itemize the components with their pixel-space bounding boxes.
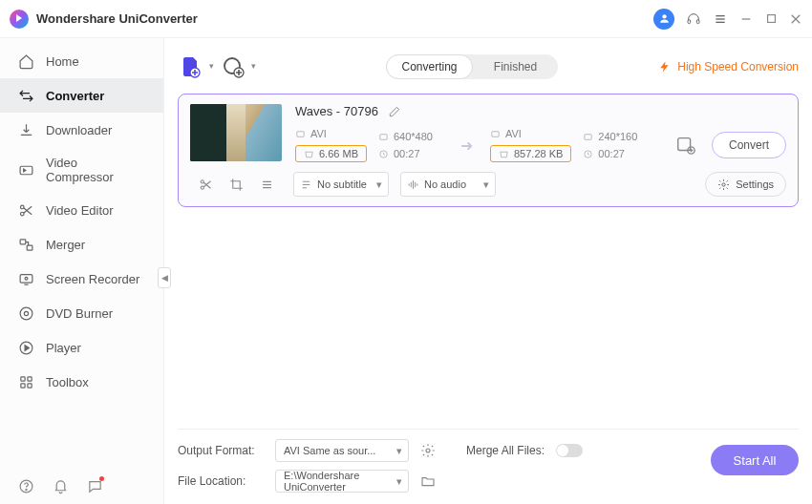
- sidebar-collapse-button[interactable]: ◀: [158, 267, 171, 288]
- output-format-label: Output Format:: [178, 444, 264, 457]
- toolbox-icon: [17, 373, 34, 390]
- convert-button[interactable]: Convert: [712, 132, 786, 158]
- message-icon[interactable]: [86, 477, 103, 494]
- file-title: Waves - 70796: [295, 104, 378, 118]
- converter-icon: [17, 87, 34, 104]
- src-dur: 00:27: [394, 148, 420, 159]
- chevron-down-icon: ▾: [209, 61, 214, 71]
- crop-icon[interactable]: [228, 177, 244, 192]
- sidebar-item-home[interactable]: Home: [0, 44, 163, 78]
- play-icon: [17, 339, 34, 356]
- svg-rect-33: [585, 134, 591, 139]
- home-icon: [17, 52, 34, 70]
- open-folder-icon[interactable]: [420, 473, 436, 489]
- bottom-bar: Output Format: AVI Same as sour... Merge…: [178, 429, 799, 504]
- help-icon[interactable]: [17, 477, 34, 494]
- file-card[interactable]: Waves - 70796 AVI 6.66 MB 640*480 00:27 …: [178, 94, 799, 207]
- dst-size-pill: 857.28 KB: [490, 145, 571, 162]
- sidebar-item-label: Player: [46, 341, 81, 355]
- svg-rect-21: [27, 376, 31, 380]
- audio-select[interactable]: No audio: [400, 172, 496, 197]
- avatar[interactable]: [653, 9, 674, 30]
- sidebar-item-label: Merger: [46, 238, 85, 252]
- edit-title-icon[interactable]: [388, 105, 401, 118]
- sidebar-item-label: DVD Burner: [46, 306, 113, 321]
- svg-rect-15: [20, 274, 32, 283]
- more-icon[interactable]: [259, 177, 274, 192]
- svg-point-16: [25, 277, 28, 280]
- sidebar-item-label: Video Compressor: [46, 156, 146, 184]
- disc-icon: [17, 304, 34, 322]
- headset-icon[interactable]: [686, 11, 701, 27]
- svg-rect-13: [20, 239, 26, 243]
- sidebar-item-player[interactable]: Player: [0, 330, 163, 365]
- sidebar-item-label: Screen Recorder: [46, 272, 139, 286]
- svg-rect-2: [696, 19, 699, 23]
- sidebar-item-label: Home: [46, 54, 79, 69]
- subtitle-select[interactable]: No subtitle: [293, 172, 389, 197]
- svg-point-43: [426, 449, 430, 452]
- sidebar-item-dvd[interactable]: DVD Burner: [0, 296, 163, 330]
- svg-point-17: [20, 307, 32, 320]
- sidebar-item-downloader[interactable]: Downloader: [0, 113, 163, 147]
- minimize-button[interactable]: [739, 12, 753, 26]
- menu-icon[interactable]: [713, 11, 728, 27]
- svg-rect-7: [767, 15, 775, 23]
- dst-dur: 00:27: [598, 148, 625, 159]
- merge-toggle[interactable]: [556, 444, 583, 457]
- sidebar-item-editor[interactable]: Video Editor: [0, 193, 163, 227]
- titlebar: Wondershare UniConverter: [0, 0, 812, 38]
- svg-rect-30: [380, 134, 387, 139]
- maximize-button[interactable]: [764, 12, 778, 26]
- app-logo: [10, 10, 29, 29]
- svg-rect-32: [492, 131, 499, 136]
- output-gear-icon[interactable]: [420, 443, 436, 458]
- svg-point-42: [722, 182, 725, 185]
- svg-rect-22: [20, 383, 24, 387]
- svg-rect-23: [27, 383, 31, 387]
- bell-icon[interactable]: [52, 477, 69, 494]
- file-settings-button[interactable]: Settings: [705, 172, 786, 197]
- svg-rect-1: [688, 19, 691, 23]
- video-thumbnail[interactable]: [190, 104, 282, 161]
- scissors-icon: [17, 201, 34, 219]
- close-button[interactable]: [789, 12, 802, 26]
- svg-rect-20: [20, 376, 24, 380]
- sidebar-item-label: Downloader: [46, 123, 112, 137]
- preset-settings-icon[interactable]: [673, 133, 698, 158]
- sidebar: Home Converter Downloader Video Compress…: [0, 38, 164, 504]
- file-location-select[interactable]: E:\Wondershare UniConverter: [275, 470, 409, 493]
- merger-icon: [17, 236, 34, 253]
- tab-segment: Converting Finished: [386, 54, 558, 79]
- add-url-button[interactable]: ▾: [220, 53, 246, 80]
- sidebar-item-label: Converter: [46, 89, 104, 103]
- app-title: Wondershare UniConverter: [36, 11, 198, 26]
- sidebar-item-toolbox[interactable]: Toolbox: [0, 365, 163, 399]
- sidebar-item-label: Toolbox: [46, 375, 89, 389]
- sidebar-item-compressor[interactable]: Video Compressor: [0, 147, 163, 193]
- src-size-pill: 6.66 MB: [295, 145, 367, 162]
- toolbar: ▾ ▾ Converting Finished High Speed Conve…: [178, 46, 799, 88]
- src-format: AVI: [310, 128, 327, 139]
- merge-label: Merge All Files:: [466, 444, 545, 457]
- add-file-button[interactable]: ▾: [178, 53, 204, 80]
- svg-point-0: [662, 14, 666, 18]
- high-speed-link[interactable]: High Speed Conversion: [658, 60, 799, 74]
- output-format-select[interactable]: AVI Same as sour...: [275, 439, 409, 462]
- dst-res: 240*160: [598, 131, 637, 142]
- sidebar-item-label: Video Editor: [46, 203, 114, 218]
- start-all-button[interactable]: Start All: [711, 445, 799, 475]
- file-location-label: File Location:: [178, 474, 264, 488]
- sidebar-item-recorder[interactable]: Screen Recorder: [0, 262, 163, 296]
- sidebar-item-merger[interactable]: Merger: [0, 227, 163, 262]
- tab-converting[interactable]: Converting: [386, 54, 473, 79]
- svg-point-18: [24, 311, 28, 315]
- svg-rect-29: [297, 131, 304, 136]
- src-res: 640*480: [394, 131, 433, 142]
- hsc-label: High Speed Conversion: [677, 60, 799, 74]
- compressor-icon: [17, 161, 34, 178]
- trim-icon[interactable]: [198, 177, 213, 192]
- tab-finished[interactable]: Finished: [473, 54, 558, 79]
- sidebar-item-converter[interactable]: Converter: [0, 78, 163, 113]
- download-icon: [17, 121, 34, 138]
